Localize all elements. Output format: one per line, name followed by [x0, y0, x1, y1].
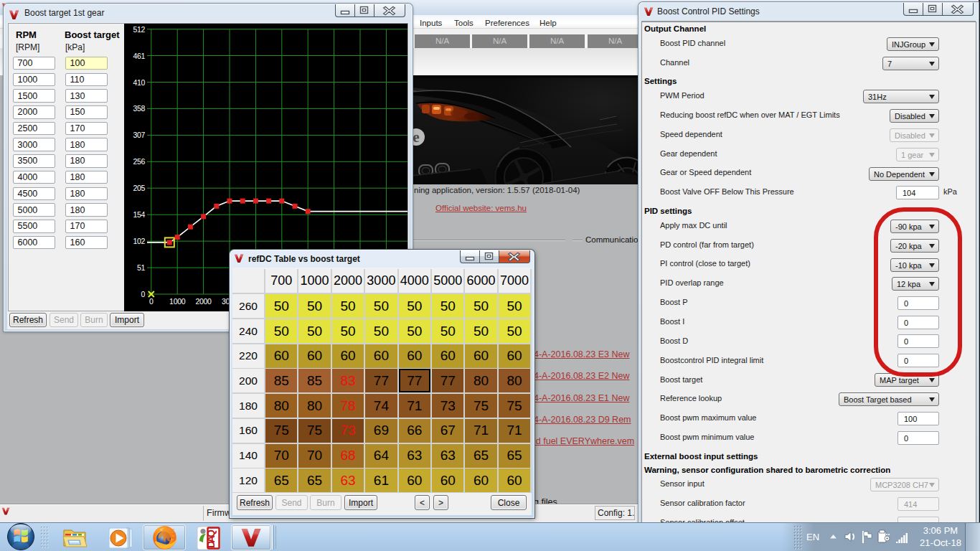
svg-text:0: 0 [149, 297, 154, 306]
svg-text:154: 154 [133, 210, 145, 219]
svg-text:DAQ: DAQ [205, 529, 217, 548]
svg-text:307: 307 [133, 131, 145, 139]
svg-text:256: 256 [133, 157, 145, 166]
svg-text:e: e [413, 128, 419, 146]
svg-text:51: 51 [137, 263, 146, 272]
svg-text:358: 358 [133, 104, 145, 113]
svg-text:205: 205 [133, 184, 145, 192]
svg-text:2000: 2000 [196, 297, 212, 306]
svg-text:410: 410 [133, 78, 145, 87]
svg-text:0: 0 [141, 290, 145, 298]
svg-text:102: 102 [133, 237, 145, 245]
svg-text:1000: 1000 [169, 297, 186, 306]
svg-text:461: 461 [133, 52, 145, 60]
svg-text:512: 512 [133, 25, 145, 34]
